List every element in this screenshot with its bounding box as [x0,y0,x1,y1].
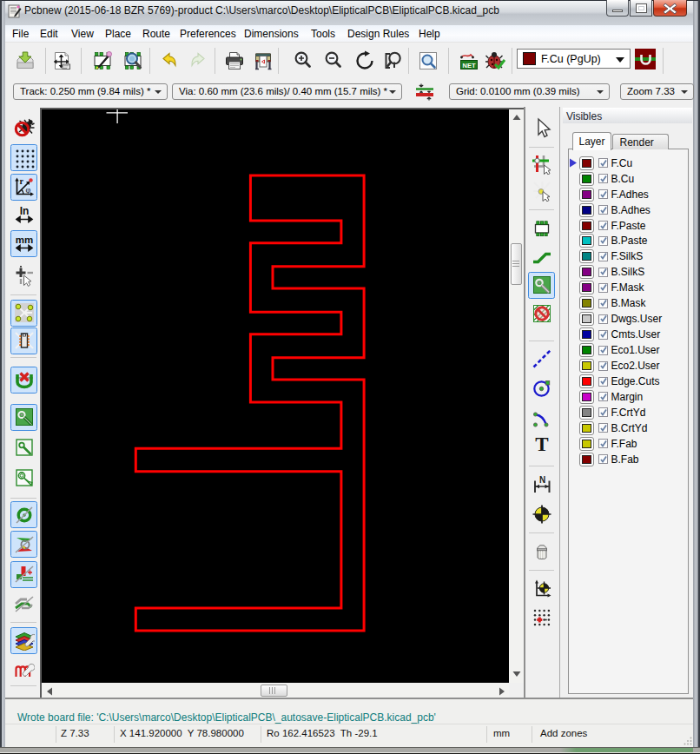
svg-text:In: In [19,205,29,217]
svg-text:r: r [19,176,23,186]
svg-text:NET: NET [463,62,476,69]
svg-text:φ: φ [25,185,30,195]
svg-text:N: N [538,474,545,484]
svg-text:mm: mm [15,235,32,245]
svg-text:T: T [535,433,548,454]
